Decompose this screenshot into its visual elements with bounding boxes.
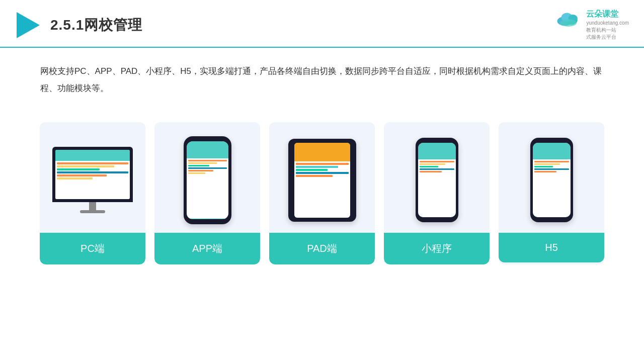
phone-notch [200,137,215,141]
brand-name: 云朵课堂 [586,9,629,20]
card-pad-image [269,122,375,233]
cards-container: PC端 [0,107,644,280]
description-text: 网校支持PC、APP、PAD、小程序、H5，实现多端打通，产品各终端自由切换，数… [0,48,644,102]
card-pc-label: PC端 [40,233,145,264]
page-header: 2.5.1网校管理 云朵课堂 yunduoketang.com 教育机构一站 式… [0,0,644,48]
card-pad: PAD端 [269,122,375,264]
card-app-image [154,122,260,233]
device-h5-phone [530,138,573,222]
monitor-body [52,147,133,202]
brand-tagline: 教育机构一站 式服务云平台 [586,27,629,41]
brand-logo: 云朵课堂 yunduoketang.com 教育机构一站 式服务云平台 [554,9,629,41]
card-app-label: APP端 [154,233,260,264]
logo-icon [15,12,41,38]
svg-point-4 [560,19,577,27]
monitor-base [80,210,105,213]
brand-url: yunduoketang.com [586,20,629,27]
phone-screen [187,141,228,219]
card-app: APP端 [154,122,260,264]
card-pc: PC端 [40,122,145,264]
phone-body [184,136,231,224]
card-pad-label: PAD端 [269,233,375,264]
device-pc [52,147,133,213]
miniphone-h5-notch [545,139,558,142]
miniphone-h5-screen [533,143,571,217]
tablet-screen [294,143,350,218]
tablet-body [288,139,356,222]
logo-triangle [17,12,40,38]
page-title: 2.5.1网校管理 [50,16,142,35]
card-miniapp: 小程序 [384,122,490,264]
miniphone-notch [431,139,443,142]
card-h5-label: H5 [499,233,604,262]
device-miniphone [416,138,458,222]
header-left: 2.5.1网校管理 [15,12,142,38]
card-h5: H5 [499,122,604,264]
card-h5-image [499,122,604,233]
card-miniapp-label: 小程序 [384,233,490,264]
brand-text: 云朵课堂 yunduoketang.com 教育机构一站 式服务云平台 [586,9,629,41]
card-pc-image [40,122,145,233]
device-phone [184,136,231,224]
monitor-screen [55,150,130,199]
miniphone-screen [418,143,456,217]
cloud-icon [554,9,582,27]
card-miniapp-image [384,122,490,233]
monitor-stand [89,202,96,210]
device-tablet [288,139,356,222]
